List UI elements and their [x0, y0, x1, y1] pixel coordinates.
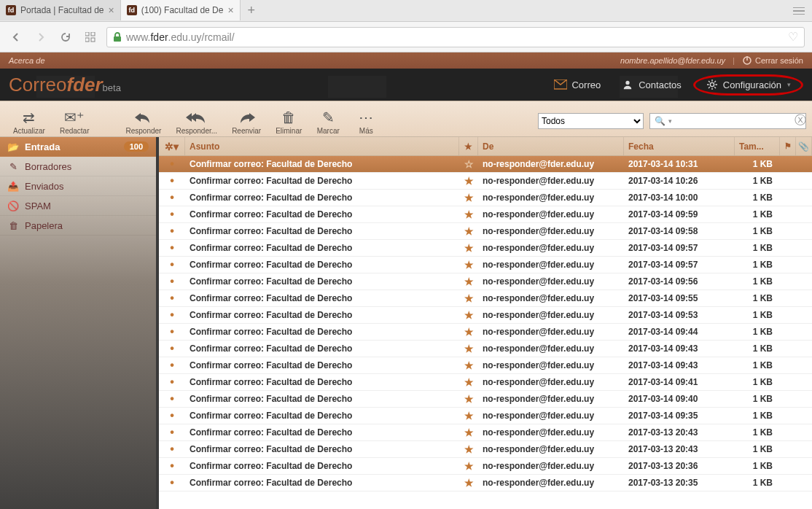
message-row[interactable]: •Confirmar correo: Facultad de Derecho★n… [159, 441, 812, 458]
star-icon[interactable]: ★ [459, 393, 478, 405]
delete-button[interactable]: 🗑Eliminar [268, 106, 309, 136]
star-icon[interactable]: ★ [459, 292, 478, 304]
unread-dot: • [159, 191, 185, 204]
new-tab-button[interactable]: + [241, 3, 262, 18]
column-attachment[interactable]: 📎 [796, 137, 812, 155]
column-date[interactable]: Fecha [624, 137, 735, 155]
more-button[interactable]: ⋯Más [347, 106, 385, 136]
tab-favicon: fd [6, 5, 16, 15]
message-from: no-responder@fder.edu.uy [478, 159, 624, 169]
star-icon[interactable]: ★ [459, 343, 478, 354]
message-row[interactable]: •Confirmar correo: Facultad de Derecho★n… [159, 424, 812, 441]
message-size: 1 KB [735, 159, 780, 169]
message-row[interactable]: •Confirmar correo: Facultad de Derecho★n… [159, 458, 812, 475]
message-row[interactable]: •Confirmar correo: Facultad de Derecho☆n… [159, 156, 812, 173]
nav-settings[interactable]: Configuración ▾ [693, 74, 803, 96]
star-icon[interactable]: ★ [459, 259, 478, 271]
message-row[interactable]: •Confirmar correo: Facultad de Derecho★n… [159, 173, 812, 190]
about-link[interactable]: Acerca de [9, 56, 45, 65]
column-subject[interactable]: Asunto [185, 137, 459, 155]
tab-close-icon[interactable]: × [227, 4, 233, 16]
star-icon[interactable]: ★ [459, 276, 478, 287]
message-date: 2017-03-14 09:41 [624, 377, 735, 387]
message-from: no-responder@fder.edu.uy [478, 394, 624, 404]
message-subject: Confirmar correo: Facultad de Derecho [185, 343, 459, 354]
star-icon[interactable]: ★ [459, 443, 478, 455]
reply-all-button[interactable]: Responder... [168, 106, 225, 136]
star-icon[interactable]: ★ [459, 309, 478, 321]
folder-sent[interactable]: 📤Enviados [0, 176, 156, 196]
message-row[interactable]: •Confirmar correo: Facultad de Derecho★n… [159, 408, 812, 424]
message-row[interactable]: •Confirmar correo: Facultad de Derecho★n… [159, 273, 812, 290]
message-list[interactable]: •Confirmar correo: Facultad de Derecho☆n… [159, 156, 812, 509]
reload-button[interactable] [57, 28, 74, 46]
column-size[interactable]: Tam... [735, 137, 780, 155]
star-icon[interactable]: ★ [459, 427, 478, 438]
column-flag[interactable]: ⚑ [780, 137, 796, 155]
unread-dot: • [159, 292, 185, 305]
star-icon[interactable]: ★ [459, 225, 478, 237]
message-date: 2017-03-14 09:43 [624, 343, 735, 354]
compose-button[interactable]: ✉⁺Redactar [52, 106, 97, 136]
refresh-button[interactable]: ⇄Actualizar [6, 106, 52, 136]
message-date: 2017-03-14 09:53 [624, 310, 735, 320]
message-subject: Confirmar correo: Facultad de Derecho [185, 293, 459, 303]
nav-contacts[interactable]: Contactos [612, 74, 690, 96]
gear-icon [706, 79, 719, 90]
reply-button[interactable]: Responder [118, 106, 168, 136]
svg-rect-4 [114, 36, 121, 42]
star-icon[interactable]: ★ [459, 477, 478, 489]
forward-button[interactable]: Reenviar [225, 106, 268, 136]
star-icon[interactable]: ☆ [459, 158, 478, 170]
close-search-icon[interactable]: ⓧ [795, 113, 806, 128]
message-row[interactable]: •Confirmar correo: Facultad de Derecho★n… [159, 374, 812, 391]
tab-close-icon[interactable]: × [109, 4, 114, 16]
message-row[interactable]: •Confirmar correo: Facultad de Derecho★n… [159, 307, 812, 324]
message-row[interactable]: •Confirmar correo: Facultad de Derecho★n… [159, 206, 812, 223]
message-row[interactable]: •Confirmar correo: Facultad de Derecho★n… [159, 475, 812, 491]
forward-button[interactable] [32, 28, 50, 46]
message-from: no-responder@fder.edu.uy [478, 226, 624, 236]
message-row[interactable]: •Confirmar correo: Facultad de Derecho★n… [159, 391, 812, 408]
folder-draft[interactable]: ✎Borradores [0, 157, 156, 176]
message-date: 2017-03-14 09:40 [624, 394, 735, 404]
folder-spam[interactable]: 🚫SPAM [0, 196, 156, 216]
browser-menu-icon[interactable] [786, 7, 812, 15]
search-input[interactable]: 🔍▾ [649, 113, 806, 129]
folder-inbox[interactable]: 📂Entrada100 [0, 137, 156, 157]
apps-button[interactable] [82, 28, 99, 46]
column-options-icon[interactable]: ✲▾ [159, 137, 185, 155]
nav-mail[interactable]: Correo [545, 74, 609, 96]
browser-tab[interactable]: fd(100) Facultad de De× [121, 0, 241, 20]
message-row[interactable]: •Confirmar correo: Facultad de Derecho★n… [159, 240, 812, 257]
url-field[interactable]: www.fder.edu.uy/rcmail/ ♡ [106, 27, 805, 47]
message-row[interactable]: •Confirmar correo: Facultad de Derecho★n… [159, 223, 812, 240]
star-icon[interactable]: ★ [459, 192, 478, 203]
back-button[interactable] [7, 28, 25, 46]
message-row[interactable]: •Confirmar correo: Facultad de Derecho★n… [159, 341, 812, 357]
star-icon[interactable]: ★ [459, 360, 478, 371]
star-icon[interactable]: ★ [459, 376, 478, 388]
folder-trash[interactable]: 🗑Papelera [0, 216, 156, 236]
browser-tab[interactable]: fdPortada | Facultad de× [0, 0, 121, 20]
star-icon[interactable]: ★ [459, 410, 478, 421]
filter-select[interactable]: Todos [538, 113, 644, 129]
star-icon[interactable]: ★ [459, 242, 478, 254]
favorite-icon[interactable]: ♡ [788, 30, 798, 44]
message-row[interactable]: •Confirmar correo: Facultad de Derecho★n… [159, 190, 812, 206]
message-row[interactable]: •Confirmar correo: Facultad de Derecho★n… [159, 324, 812, 341]
sent-icon: 📤 [7, 180, 19, 192]
message-row[interactable]: •Confirmar correo: Facultad de Derecho★n… [159, 357, 812, 374]
message-row[interactable]: •Confirmar correo: Facultad de Derecho★n… [159, 290, 812, 307]
message-subject: Confirmar correo: Facultad de Derecho [185, 193, 459, 203]
star-icon[interactable]: ★ [459, 326, 478, 338]
column-star[interactable]: ★ [459, 137, 478, 155]
star-icon[interactable]: ★ [459, 460, 478, 472]
message-size: 1 KB [735, 310, 780, 320]
logout-button[interactable]: Cerrar sesión [742, 55, 803, 66]
column-from[interactable]: De [478, 137, 624, 155]
star-icon[interactable]: ★ [459, 175, 478, 187]
star-icon[interactable]: ★ [459, 209, 478, 220]
message-row[interactable]: •Confirmar correo: Facultad de Derecho★n… [159, 257, 812, 273]
mark-button[interactable]: ✎Marcar [309, 106, 347, 136]
